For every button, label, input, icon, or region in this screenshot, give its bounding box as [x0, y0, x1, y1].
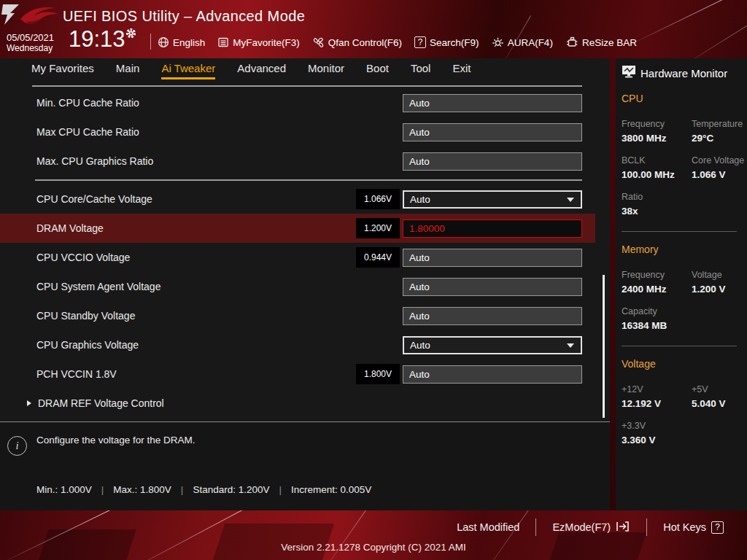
value-input[interactable]: Auto	[403, 249, 582, 267]
value-text: Auto	[410, 194, 430, 205]
limit-item: Min.: 1.000V	[36, 484, 92, 495]
metric-voltage: Voltage1.200 V	[692, 270, 747, 295]
metric-value: 2400 MHz	[622, 284, 692, 295]
setting-label: DRAM Voltage	[36, 222, 104, 234]
hwm-section-title-cpu: CPU	[622, 93, 747, 104]
hotkeys-button[interactable]: Hot Keys ?	[647, 521, 740, 534]
ezmode-label: EzMode(F7)	[552, 521, 611, 533]
setting-limits: Min.: 1.000V|Max.: 1.800V|Standard: 1.20…	[36, 484, 371, 495]
setting-label: Min. CPU Cache Ratio	[36, 97, 139, 109]
setting-row-min-cpu-cache-ratio[interactable]: Min. CPU Cache RatioAuto	[0, 88, 610, 117]
metric-label: BCLK	[622, 155, 692, 166]
setting-label: CPU System Agent Voltage	[36, 281, 160, 292]
metric-value: 38x	[622, 206, 692, 217]
value-input[interactable]: Auto	[403, 152, 582, 171]
ezmode-button[interactable]: EzMode(F7)	[536, 521, 646, 534]
tab-my-favorites[interactable]: My Favorites	[20, 62, 105, 79]
toolbar-english[interactable]: English	[158, 36, 205, 48]
main-panel: My FavoritesMainAi TweakerAdvancedMonito…	[0, 58, 610, 510]
hwm-metrics: +12V12.192 V+5V5.040 V+3.3V3.360 V	[622, 384, 747, 457]
setting-label: Max. CPU Graphics Ratio	[36, 155, 153, 167]
toolbar-aura-f4[interactable]: AURA(F4)	[492, 36, 553, 49]
metric-value: 5.040 V	[692, 398, 747, 409]
value-select[interactable]: Auto	[403, 336, 582, 354]
date-display: 05/05/2021 Wednesday	[7, 32, 54, 53]
rog-logo	[1, 1, 61, 35]
metric-label: Voltage	[692, 270, 747, 280]
tab-tool[interactable]: Tool	[400, 62, 442, 79]
value-select[interactable]: Auto	[403, 190, 582, 209]
value-text: Auto	[409, 127, 430, 138]
decor-streak	[678, 14, 747, 58]
value-input[interactable]: 1.80000	[403, 219, 582, 238]
setting-row-cpu-core-cache-voltage[interactable]: CPU Core/Cache Voltage1.066VAuto	[0, 184, 610, 214]
toolbar-label: ReSize BAR	[582, 37, 637, 48]
setting-row-cpu-standby-voltage[interactable]: CPU Standby VoltageAuto	[0, 301, 610, 330]
setting-label: CPU Graphics Voltage	[36, 339, 139, 351]
setting-row-pch-vccin-1-8v[interactable]: PCH VCCIN 1.8V1.800VAuto	[0, 359, 610, 389]
setting-row-cpu-system-agent-voltage[interactable]: CPU System Agent VoltageAuto	[0, 272, 610, 301]
separator	[622, 231, 737, 232]
setting-row-cpu-vccio-voltage[interactable]: CPU VCCIO Voltage0.944VAuto	[0, 243, 610, 272]
page-title: UEFI BIOS Utility – Advanced Mode	[63, 8, 305, 25]
setting-label: CPU VCCIO Voltage	[36, 252, 130, 263]
value-text: Auto	[410, 340, 430, 351]
toolbar-label: English	[173, 37, 205, 48]
setting-label: Max CPU Cache Ratio	[36, 126, 139, 138]
tab-boot[interactable]: Boot	[355, 62, 400, 79]
gear-icon[interactable]	[125, 28, 136, 42]
toolbar-label: MyFavorite(F3)	[233, 37, 300, 48]
metric-label: +3.3V	[622, 421, 692, 431]
scrollbar-thumb[interactable]	[603, 275, 605, 418]
info-icon: i	[7, 436, 27, 456]
toolbar-search-f9[interactable]: ?Search(F9)	[414, 36, 479, 48]
aura-icon	[492, 36, 504, 49]
value-input[interactable]: Auto	[403, 94, 582, 112]
divider: |	[181, 484, 184, 495]
setting-row-cpu-graphics-voltage[interactable]: CPU Graphics VoltageAuto	[0, 330, 610, 359]
chevron-down-icon	[567, 343, 574, 348]
setting-label: CPU Core/Cache Voltage	[36, 193, 152, 205]
setting-description: Configure the voltage for the DRAM.	[36, 435, 196, 446]
value-input[interactable]: Auto	[403, 307, 582, 325]
tab-label: Exit	[452, 62, 471, 79]
metric-label: +12V	[622, 384, 692, 394]
tab-ai-tweaker[interactable]: Ai Tweaker	[150, 62, 226, 79]
setting-row-dram-ref-voltage-control[interactable]: DRAM REF Voltage Control	[0, 389, 610, 418]
info-panel: i Configure the voltage for the DRAM. Mi…	[0, 421, 610, 510]
tab-exit[interactable]: Exit	[441, 62, 481, 79]
tab-monitor[interactable]: Monitor	[297, 62, 355, 79]
tab-main[interactable]: Main	[105, 62, 151, 79]
submenu-arrow-icon	[27, 400, 31, 406]
metric-value: 3.360 V	[622, 435, 692, 446]
topbar: UEFI BIOS Utility – Advanced Mode 05/05/…	[0, 0, 747, 58]
tab-label: Tool	[411, 62, 431, 79]
metric-label: +5V	[692, 384, 747, 394]
toolbar-myfavorite-f3[interactable]: MyFavorite(F3)	[217, 36, 300, 48]
globe-icon	[158, 36, 169, 48]
setting-label: PCH VCCIN 1.8V	[36, 368, 117, 380]
value-text: Auto	[409, 252, 430, 263]
metric-label: Core Voltage	[692, 155, 747, 166]
setting-row-max-cpu-graphics-ratio[interactable]: Max. CPU Graphics RatioAuto	[0, 147, 610, 176]
search-icon: ?	[414, 36, 426, 48]
limit-item: Max.: 1.800V	[113, 484, 171, 495]
divider	[150, 34, 151, 50]
qfan-icon	[312, 36, 325, 49]
setting-row-max-cpu-cache-ratio[interactable]: Max CPU Cache RatioAuto	[0, 117, 610, 147]
favorites-icon	[217, 36, 229, 48]
tab-label: Ai Tweaker	[161, 62, 215, 79]
current-value-badge: 1.066V	[356, 189, 400, 209]
settings-list: Min. CPU Cache RatioAutoMax CPU Cache Ra…	[0, 88, 610, 418]
toolbar-qfan-control-f6[interactable]: Qfan Control(F6)	[312, 36, 402, 49]
metric-temperature: Temperature29°C	[692, 119, 747, 144]
value-input[interactable]: Auto	[403, 365, 582, 384]
value-input[interactable]: Auto	[403, 278, 582, 296]
limit-item: Standard: 1.200V	[193, 484, 269, 495]
tab-advanced[interactable]: Advanced	[226, 62, 297, 79]
value-input[interactable]: Auto	[403, 123, 582, 141]
hwm-section-title-memory: Memory	[622, 244, 747, 255]
setting-row-dram-voltage[interactable]: DRAM Voltage1.200V1.80000	[0, 214, 595, 243]
value-text: Auto	[409, 98, 430, 109]
last-modified-button[interactable]: Last Modified	[441, 521, 535, 533]
